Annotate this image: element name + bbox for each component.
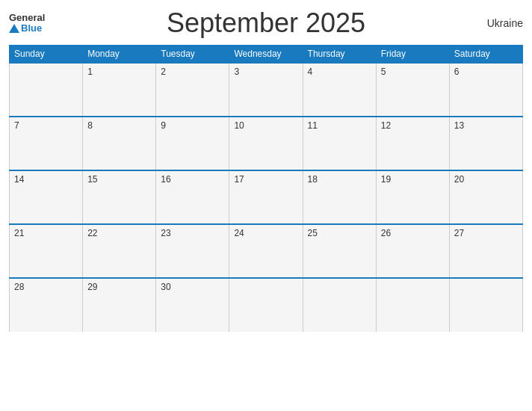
calendar-cell: 17 xyxy=(229,170,303,224)
logo-triangle-icon xyxy=(9,24,19,33)
day-number: 23 xyxy=(161,228,170,238)
calendar-cell: 5 xyxy=(376,63,449,117)
calendar-cell: 12 xyxy=(376,117,449,170)
weekday-header-thursday: Thursday xyxy=(303,46,376,64)
day-number: 9 xyxy=(161,120,166,131)
week-row-1: 78910111213 xyxy=(10,117,523,170)
calendar-cell xyxy=(229,278,303,332)
calendar-cell: 23 xyxy=(156,224,229,278)
day-number: 26 xyxy=(381,228,391,238)
calendar-cell xyxy=(10,63,83,117)
day-number: 10 xyxy=(234,120,244,131)
calendar-grid: SundayMondayTuesdayWednesdayThursdayFrid… xyxy=(9,45,523,332)
day-number: 7 xyxy=(14,120,19,131)
day-number: 14 xyxy=(14,174,24,185)
day-number: 12 xyxy=(381,120,391,131)
day-number: 21 xyxy=(14,228,24,238)
day-number: 8 xyxy=(87,120,93,131)
calendar-cell: 6 xyxy=(449,63,522,117)
week-row-4: 282930 xyxy=(10,278,523,332)
weekday-header-saturday: Saturday xyxy=(449,46,522,64)
day-number: 24 xyxy=(234,228,244,238)
day-number: 27 xyxy=(454,228,464,238)
calendar-cell: 15 xyxy=(83,170,156,224)
day-number: 1 xyxy=(87,67,93,77)
calendar-cell: 1 xyxy=(83,63,156,117)
day-number: 25 xyxy=(308,228,318,238)
calendar-cell xyxy=(449,278,522,332)
calendar-cell: 26 xyxy=(376,224,449,278)
calendar-cell: 28 xyxy=(10,278,83,332)
weekday-header-tuesday: Tuesday xyxy=(156,46,229,64)
country-label: Ukraine xyxy=(456,17,523,29)
weekday-header-monday: Monday xyxy=(83,46,156,64)
calendar-cell: 21 xyxy=(10,224,83,278)
calendar-cell: 19 xyxy=(376,170,449,224)
weekday-header-wednesday: Wednesday xyxy=(229,46,303,64)
calendar-cell: 24 xyxy=(229,224,303,278)
day-number: 18 xyxy=(308,174,318,185)
calendar-cell: 14 xyxy=(10,170,83,224)
calendar-header: General Blue September 2025 Ukraine xyxy=(9,7,523,39)
calendar-cell: 29 xyxy=(83,278,156,332)
calendar-header-row: SundayMondayTuesdayWednesdayThursdayFrid… xyxy=(10,46,523,64)
week-row-2: 14151617181920 xyxy=(10,170,523,224)
logo: General Blue xyxy=(9,13,76,34)
calendar-cell xyxy=(376,278,449,332)
calendar-cell: 7 xyxy=(10,117,83,170)
day-number: 4 xyxy=(308,67,313,77)
calendar-cell: 11 xyxy=(303,117,376,170)
calendar-cell xyxy=(303,278,376,332)
day-number: 15 xyxy=(87,174,97,185)
day-number: 30 xyxy=(161,282,170,292)
day-number: 11 xyxy=(308,120,318,131)
calendar-cell: 10 xyxy=(229,117,303,170)
day-number: 2 xyxy=(161,67,166,77)
logo-general-text: General xyxy=(9,13,45,23)
day-number: 5 xyxy=(381,67,386,77)
day-number: 3 xyxy=(234,67,239,77)
calendar-cell: 22 xyxy=(83,224,156,278)
calendar-body: 1234567891011121314151617181920212223242… xyxy=(10,63,523,332)
weekday-header-row: SundayMondayTuesdayWednesdayThursdayFrid… xyxy=(10,46,523,64)
calendar-cell: 8 xyxy=(83,117,156,170)
week-row-3: 21222324252627 xyxy=(10,224,523,278)
calendar-container: General Blue September 2025 Ukraine Sund… xyxy=(0,0,532,411)
calendar-cell: 3 xyxy=(229,63,303,117)
day-number: 29 xyxy=(87,282,97,292)
calendar-cell: 4 xyxy=(303,63,376,117)
day-number: 16 xyxy=(161,174,170,185)
day-number: 17 xyxy=(234,174,244,185)
day-number: 13 xyxy=(454,120,464,131)
week-row-0: 123456 xyxy=(10,63,523,117)
calendar-cell: 30 xyxy=(156,278,229,332)
weekday-header-sunday: Sunday xyxy=(10,46,83,64)
calendar-cell: 16 xyxy=(156,170,229,224)
logo-blue-row: Blue xyxy=(9,23,42,34)
day-number: 20 xyxy=(454,174,464,185)
day-number: 19 xyxy=(381,174,391,185)
day-number: 28 xyxy=(14,282,24,292)
calendar-cell: 2 xyxy=(156,63,229,117)
day-number: 6 xyxy=(454,67,460,77)
calendar-cell: 9 xyxy=(156,117,229,170)
calendar-cell: 18 xyxy=(303,170,376,224)
day-number: 22 xyxy=(87,228,97,238)
calendar-cell: 27 xyxy=(449,224,522,278)
calendar-cell: 20 xyxy=(449,170,522,224)
logo-blue-text: Blue xyxy=(21,23,42,34)
calendar-cell: 13 xyxy=(449,117,522,170)
weekday-header-friday: Friday xyxy=(376,46,449,64)
calendar-cell: 25 xyxy=(303,224,376,278)
calendar-title: September 2025 xyxy=(76,7,456,39)
